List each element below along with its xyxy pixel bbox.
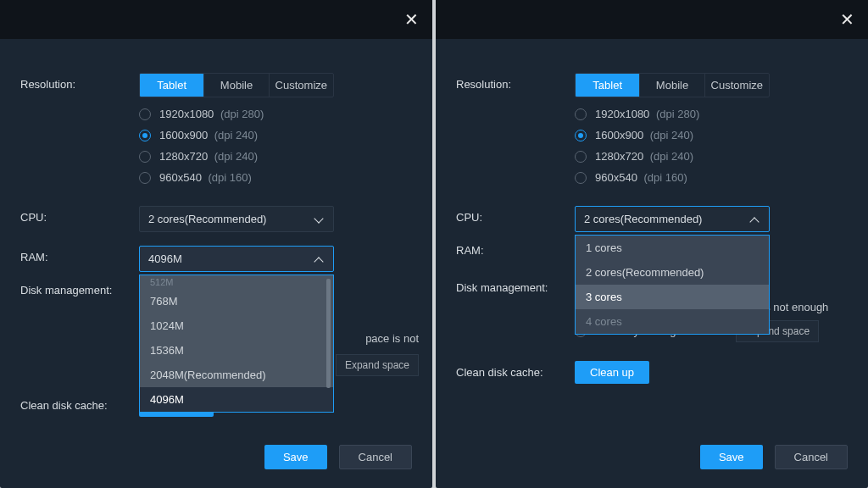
- ram-option-4096[interactable]: 4096M: [140, 387, 333, 412]
- expand-space-button[interactable]: Expand space: [336, 354, 419, 376]
- tab-tablet[interactable]: Tablet: [140, 74, 204, 97]
- resolution-tabs: Tablet Mobile Customize: [575, 73, 770, 97]
- save-button[interactable]: Save: [700, 445, 763, 469]
- resolution-radios: 1920x1080 (dpi 280) 1600x900 (dpi 240) 1…: [575, 108, 848, 184]
- cpu-select[interactable]: 2 cores(Recommended): [575, 206, 770, 232]
- ram-option-1536[interactable]: 1536M: [140, 338, 333, 363]
- content-area: Resolution: Tablet Mobile Customize 1920…: [0, 39, 432, 488]
- resolution-option-1920[interactable]: 1920x1080 (dpi 280): [575, 108, 848, 120]
- radio-icon: [139, 130, 151, 141]
- radio-icon: [575, 172, 587, 184]
- tab-tablet[interactable]: Tablet: [576, 74, 640, 97]
- cpu-label: CPU:: [456, 206, 575, 224]
- ram-option-512[interactable]: 512M: [140, 275, 333, 289]
- tab-customize[interactable]: Customize: [270, 74, 333, 97]
- close-icon[interactable]: ✕: [840, 9, 854, 30]
- ram-dropdown: 512M 768M 1024M 1536M 2048M(Recommended)…: [139, 274, 334, 413]
- cpu-row: CPU: 2 cores(Recommended) 1 cores 2 core…: [456, 206, 848, 232]
- cpu-row: CPU: 2 cores(Recommended): [20, 206, 412, 232]
- titlebar: ✕: [436, 0, 868, 39]
- ram-label: RAM:: [20, 246, 139, 263]
- resolution-option-1280[interactable]: 1280x720 (dpi 240): [575, 150, 848, 163]
- footer-buttons: Save Cancel: [264, 445, 412, 469]
- radio-icon: [575, 130, 587, 141]
- cpu-label: CPU:: [20, 206, 139, 224]
- radio-icon: [139, 108, 151, 120]
- ram-select[interactable]: 4096M: [139, 246, 334, 272]
- radio-icon: [139, 172, 151, 184]
- save-button[interactable]: Save: [264, 445, 327, 469]
- settings-panel-left: ✕ Resolution: Tablet Mobile Customize 19…: [0, 0, 432, 488]
- resolution-option-1600[interactable]: 1600x900 (dpi 240): [139, 129, 412, 141]
- ram-option-2048[interactable]: 2048M(Recommended): [140, 363, 333, 387]
- resolution-tabs: Tablet Mobile Customize: [139, 73, 334, 97]
- footer-buttons: Save Cancel: [700, 445, 848, 469]
- resolution-label: Resolution:: [20, 73, 139, 91]
- cpu-option-4[interactable]: 4 cores: [576, 309, 769, 334]
- disk-label: Disk management:: [456, 276, 575, 294]
- clean-label: Clean disk cache:: [456, 361, 575, 379]
- resolution-row: Resolution: Tablet Mobile Customize 1920…: [456, 73, 848, 192]
- resolution-radios: 1920x1080 (dpi 280) 1600x900 (dpi 240) 1…: [139, 108, 412, 184]
- disk-text-fragment: pace is not: [365, 331, 419, 347]
- ram-option-1024[interactable]: 1024M: [140, 313, 333, 338]
- resolution-option-960[interactable]: 960x540 (dpi 160): [575, 171, 848, 184]
- resolution-row: Resolution: Tablet Mobile Customize 1920…: [20, 73, 412, 192]
- clean-up-button[interactable]: Clean up: [575, 361, 649, 384]
- radio-icon: [139, 151, 151, 163]
- cancel-button[interactable]: Cancel: [339, 445, 412, 469]
- clean-label: Clean disk cache:: [20, 394, 139, 412]
- ram-row: RAM: 4096M 512M 768M 1024M 1536M 2048M(R…: [20, 246, 412, 272]
- radio-icon: [575, 151, 587, 163]
- tab-mobile[interactable]: Mobile: [640, 74, 704, 97]
- close-icon[interactable]: ✕: [404, 9, 419, 30]
- resolution-option-1600[interactable]: 1600x900 (dpi 240): [575, 129, 848, 141]
- chevron-up-icon: [313, 253, 325, 265]
- settings-panel-right: ✕ Resolution: Tablet Mobile Customize 19…: [436, 0, 868, 488]
- titlebar: ✕: [0, 0, 432, 39]
- ram-option-768[interactable]: 768M: [140, 289, 333, 313]
- tab-mobile[interactable]: Mobile: [204, 74, 269, 97]
- tab-customize[interactable]: Customize: [705, 74, 769, 97]
- resolution-option-1920[interactable]: 1920x1080 (dpi 280): [139, 108, 412, 120]
- cpu-select[interactable]: 2 cores(Recommended): [139, 206, 334, 232]
- resolution-option-1280[interactable]: 1280x720 (dpi 240): [139, 150, 412, 163]
- cpu-option-1[interactable]: 1 cores: [576, 236, 769, 260]
- content-area: Resolution: Tablet Mobile Customize 1920…: [436, 39, 868, 488]
- resolution-option-960[interactable]: 960x540 (dpi 160): [139, 171, 412, 184]
- cpu-option-3[interactable]: 3 cores: [576, 285, 769, 309]
- cpu-dropdown: 1 cores 2 cores(Recommended) 3 cores 4 c…: [575, 235, 770, 335]
- chevron-up-icon: [748, 214, 760, 225]
- radio-icon: [575, 108, 587, 120]
- scrollbar[interactable]: [326, 279, 331, 388]
- ram-select-value: 4096M: [148, 252, 182, 265]
- cpu-select-value: 2 cores(Recommended): [148, 213, 266, 225]
- cpu-option-2[interactable]: 2 cores(Recommended): [576, 260, 769, 285]
- chevron-down-icon: [313, 214, 325, 225]
- disk-label: Disk management:: [20, 279, 139, 297]
- ram-label: RAM:: [456, 239, 575, 257]
- resolution-label: Resolution:: [456, 73, 575, 91]
- cancel-button[interactable]: Cancel: [775, 445, 848, 469]
- clean-row: Clean disk cache: Clean up: [456, 361, 848, 384]
- cpu-select-value: 2 cores(Recommended): [584, 213, 702, 225]
